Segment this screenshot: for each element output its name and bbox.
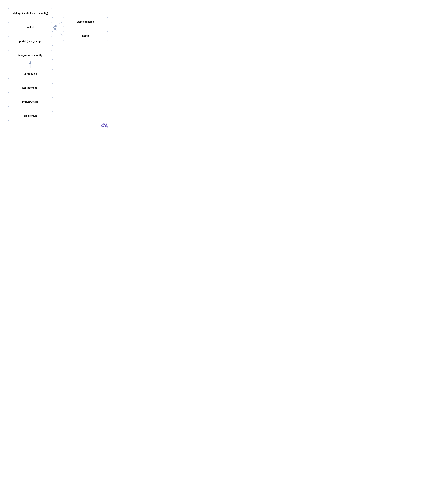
box-portal: portal (next.js app): [8, 36, 53, 46]
logo-family-text: family: [101, 125, 108, 128]
box-integrations: integrations-shopify: [8, 50, 53, 60]
portal-label: portal (next.js app): [19, 40, 42, 43]
box-api: api (backend): [8, 83, 53, 93]
box-style-guide: style-guide (linters + tsconfig): [8, 8, 53, 18]
web-extension-label: web extension: [77, 20, 94, 23]
box-blockchain: blockchain: [8, 111, 53, 121]
api-label: api (backend): [22, 86, 38, 89]
arrow-web-extension-to-wallet: [54, 22, 62, 27]
box-web-extension: web extension: [63, 17, 108, 27]
box-mobile: mobile: [63, 31, 108, 41]
box-infrastructure: infrastructure: [8, 97, 53, 107]
logo-dev-text: .dev: [102, 123, 107, 125]
box-wallet: wallet: [8, 22, 53, 32]
style-guide-label: style-guide (linters + tsconfig): [13, 12, 48, 15]
diagram-container: style-guide (linters + tsconfig) wallet …: [0, 0, 116, 135]
arrow-mobile-to-wallet: [54, 27, 62, 36]
wallet-label: wallet: [27, 26, 34, 29]
devfamily-logo: .dev family: [101, 123, 108, 128]
ui-modules-label: ui-modules: [24, 72, 37, 75]
box-ui-modules: ui-modules: [8, 69, 53, 79]
mobile-label: mobile: [81, 34, 90, 37]
blockchain-label: blockchain: [24, 114, 37, 117]
integrations-label: integrations-shopify: [18, 54, 42, 57]
infrastructure-label: infrastructure: [22, 100, 38, 103]
